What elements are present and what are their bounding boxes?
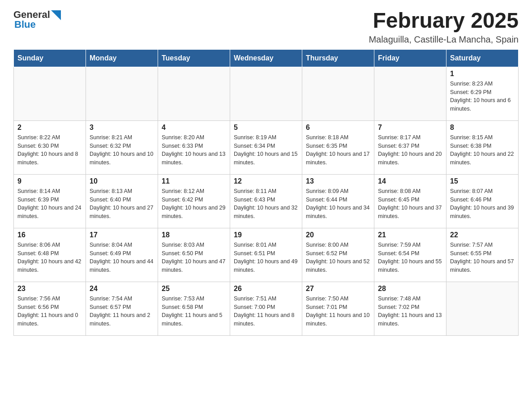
logo: General Blue bbox=[13, 9, 61, 30]
day-number: 16 bbox=[17, 231, 82, 239]
column-header-friday: Friday bbox=[374, 49, 446, 67]
day-number: 14 bbox=[378, 177, 442, 185]
day-number: 22 bbox=[450, 231, 515, 239]
column-header-wednesday: Wednesday bbox=[230, 49, 302, 67]
day-info: Sunrise: 7:48 AMSunset: 7:02 PMDaylight:… bbox=[378, 295, 442, 328]
day-info: Sunrise: 8:13 AMSunset: 6:40 PMDaylight:… bbox=[90, 187, 154, 221]
day-info: Sunrise: 8:14 AMSunset: 6:39 PMDaylight:… bbox=[17, 187, 82, 221]
day-number: 15 bbox=[450, 177, 515, 185]
calendar-cell: 6Sunrise: 8:18 AMSunset: 6:35 PMDaylight… bbox=[302, 120, 374, 174]
column-header-tuesday: Tuesday bbox=[158, 49, 230, 67]
day-number: 11 bbox=[162, 177, 226, 185]
column-header-saturday: Saturday bbox=[446, 49, 519, 67]
day-info: Sunrise: 8:08 AMSunset: 6:45 PMDaylight:… bbox=[378, 187, 442, 221]
calendar-cell: 5Sunrise: 8:19 AMSunset: 6:34 PMDaylight… bbox=[230, 120, 302, 174]
calendar-cell: 14Sunrise: 8:08 AMSunset: 6:45 PMDayligh… bbox=[374, 174, 446, 228]
calendar-cell: 11Sunrise: 8:12 AMSunset: 6:42 PMDayligh… bbox=[158, 174, 230, 228]
calendar-cell: 4Sunrise: 8:20 AMSunset: 6:33 PMDaylight… bbox=[158, 120, 230, 174]
calendar-header-row: SundayMondayTuesdayWednesdayThursdayFrid… bbox=[14, 49, 519, 67]
day-number: 5 bbox=[234, 124, 298, 132]
calendar-cell: 17Sunrise: 8:04 AMSunset: 6:49 PMDayligh… bbox=[86, 228, 158, 282]
day-info: Sunrise: 8:01 AMSunset: 6:51 PMDaylight:… bbox=[234, 241, 298, 274]
day-info: Sunrise: 8:11 AMSunset: 6:43 PMDaylight:… bbox=[234, 187, 298, 221]
day-info: Sunrise: 8:00 AMSunset: 6:52 PMDaylight:… bbox=[306, 241, 370, 274]
calendar-cell: 2Sunrise: 8:22 AMSunset: 6:30 PMDaylight… bbox=[14, 120, 86, 174]
calendar-cell: 20Sunrise: 8:00 AMSunset: 6:52 PMDayligh… bbox=[302, 228, 374, 282]
calendar-cell: 28Sunrise: 7:48 AMSunset: 7:02 PMDayligh… bbox=[374, 282, 446, 335]
calendar-cell: 10Sunrise: 8:13 AMSunset: 6:40 PMDayligh… bbox=[86, 174, 158, 228]
calendar-cell: 23Sunrise: 7:56 AMSunset: 6:56 PMDayligh… bbox=[14, 282, 86, 335]
location-text: Malaguilla, Castille-La Mancha, Spain bbox=[369, 34, 519, 45]
day-info: Sunrise: 7:59 AMSunset: 6:54 PMDaylight:… bbox=[378, 241, 442, 274]
day-number: 18 bbox=[162, 231, 226, 239]
calendar-table: SundayMondayTuesdayWednesdayThursdayFrid… bbox=[13, 49, 519, 336]
column-header-sunday: Sunday bbox=[14, 49, 86, 67]
calendar-cell: 26Sunrise: 7:51 AMSunset: 7:00 PMDayligh… bbox=[230, 282, 302, 335]
calendar-cell: 16Sunrise: 8:06 AMSunset: 6:48 PMDayligh… bbox=[14, 228, 86, 282]
day-number: 3 bbox=[90, 124, 154, 132]
day-info: Sunrise: 8:17 AMSunset: 6:37 PMDaylight:… bbox=[378, 133, 442, 167]
day-info: Sunrise: 8:03 AMSunset: 6:50 PMDaylight:… bbox=[162, 241, 226, 274]
column-header-thursday: Thursday bbox=[302, 49, 374, 67]
day-info: Sunrise: 7:57 AMSunset: 6:55 PMDaylight:… bbox=[450, 241, 515, 274]
calendar-cell bbox=[230, 67, 302, 120]
day-number: 27 bbox=[306, 285, 370, 293]
day-info: Sunrise: 8:21 AMSunset: 6:32 PMDaylight:… bbox=[90, 133, 154, 167]
column-header-monday: Monday bbox=[86, 49, 158, 67]
day-info: Sunrise: 8:04 AMSunset: 6:49 PMDaylight:… bbox=[90, 241, 154, 274]
day-number: 19 bbox=[234, 231, 298, 239]
day-number: 8 bbox=[450, 124, 515, 132]
calendar-cell: 25Sunrise: 7:53 AMSunset: 6:58 PMDayligh… bbox=[158, 282, 230, 335]
day-number: 21 bbox=[378, 231, 442, 239]
week-row-2: 2Sunrise: 8:22 AMSunset: 6:30 PMDaylight… bbox=[14, 120, 519, 174]
calendar-cell bbox=[158, 67, 230, 120]
day-info: Sunrise: 8:18 AMSunset: 6:35 PMDaylight:… bbox=[306, 133, 370, 167]
day-info: Sunrise: 8:23 AMSunset: 6:29 PMDaylight:… bbox=[450, 80, 515, 113]
calendar-cell bbox=[446, 282, 519, 335]
svg-marker-0 bbox=[51, 10, 61, 20]
calendar-cell: 13Sunrise: 8:09 AMSunset: 6:44 PMDayligh… bbox=[302, 174, 374, 228]
calendar-cell: 27Sunrise: 7:50 AMSunset: 7:01 PMDayligh… bbox=[302, 282, 374, 335]
day-number: 12 bbox=[234, 177, 298, 185]
logo-blue-text: Blue bbox=[14, 19, 36, 30]
calendar-cell bbox=[14, 67, 86, 120]
day-number: 28 bbox=[378, 285, 442, 293]
calendar-cell: 22Sunrise: 7:57 AMSunset: 6:55 PMDayligh… bbox=[446, 228, 519, 282]
calendar-cell: 24Sunrise: 7:54 AMSunset: 6:57 PMDayligh… bbox=[86, 282, 158, 335]
day-info: Sunrise: 8:12 AMSunset: 6:42 PMDaylight:… bbox=[162, 187, 226, 221]
calendar-cell: 1Sunrise: 8:23 AMSunset: 6:29 PMDaylight… bbox=[446, 67, 519, 120]
day-number: 13 bbox=[306, 177, 370, 185]
day-info: Sunrise: 7:56 AMSunset: 6:56 PMDaylight:… bbox=[17, 295, 82, 328]
day-info: Sunrise: 8:15 AMSunset: 6:38 PMDaylight:… bbox=[450, 133, 515, 167]
day-number: 9 bbox=[17, 177, 82, 185]
month-title: February 2025 bbox=[369, 9, 519, 33]
logo-arrow-icon bbox=[51, 10, 61, 20]
calendar-cell: 9Sunrise: 8:14 AMSunset: 6:39 PMDaylight… bbox=[14, 174, 86, 228]
day-info: Sunrise: 8:06 AMSunset: 6:48 PMDaylight:… bbox=[17, 241, 82, 274]
calendar-cell: 7Sunrise: 8:17 AMSunset: 6:37 PMDaylight… bbox=[374, 120, 446, 174]
day-number: 25 bbox=[162, 285, 226, 293]
calendar-cell bbox=[86, 67, 158, 120]
day-number: 17 bbox=[90, 231, 154, 239]
title-section: February 2025 Malaguilla, Castille-La Ma… bbox=[369, 9, 519, 45]
day-number: 10 bbox=[90, 177, 154, 185]
day-info: Sunrise: 8:22 AMSunset: 6:30 PMDaylight:… bbox=[17, 133, 82, 167]
day-info: Sunrise: 8:09 AMSunset: 6:44 PMDaylight:… bbox=[306, 187, 370, 221]
day-number: 7 bbox=[378, 124, 442, 132]
page-header: General Blue February 2025 Malaguilla, C… bbox=[13, 9, 519, 45]
calendar-cell: 3Sunrise: 8:21 AMSunset: 6:32 PMDaylight… bbox=[86, 120, 158, 174]
calendar-cell: 12Sunrise: 8:11 AMSunset: 6:43 PMDayligh… bbox=[230, 174, 302, 228]
day-number: 6 bbox=[306, 124, 370, 132]
week-row-3: 9Sunrise: 8:14 AMSunset: 6:39 PMDaylight… bbox=[14, 174, 519, 228]
calendar-cell: 21Sunrise: 7:59 AMSunset: 6:54 PMDayligh… bbox=[374, 228, 446, 282]
day-number: 4 bbox=[162, 124, 226, 132]
calendar-cell: 8Sunrise: 8:15 AMSunset: 6:38 PMDaylight… bbox=[446, 120, 519, 174]
week-row-4: 16Sunrise: 8:06 AMSunset: 6:48 PMDayligh… bbox=[14, 228, 519, 282]
calendar-cell: 18Sunrise: 8:03 AMSunset: 6:50 PMDayligh… bbox=[158, 228, 230, 282]
week-row-5: 23Sunrise: 7:56 AMSunset: 6:56 PMDayligh… bbox=[14, 282, 519, 335]
day-number: 26 bbox=[234, 285, 298, 293]
day-info: Sunrise: 7:50 AMSunset: 7:01 PMDaylight:… bbox=[306, 295, 370, 328]
calendar-cell bbox=[302, 67, 374, 120]
day-number: 20 bbox=[306, 231, 370, 239]
day-info: Sunrise: 8:07 AMSunset: 6:46 PMDaylight:… bbox=[450, 187, 515, 221]
